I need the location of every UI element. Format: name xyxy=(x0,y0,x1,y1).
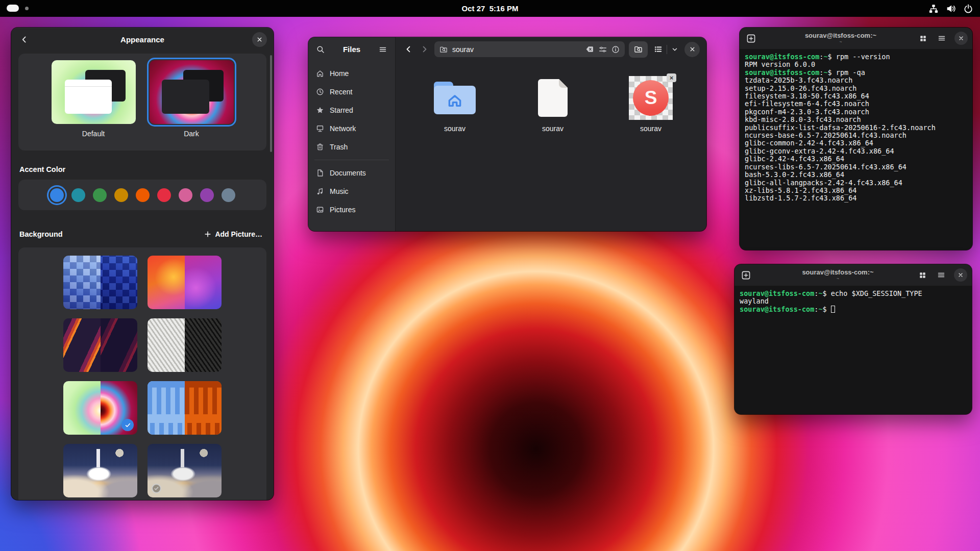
accent-red-button[interactable] xyxy=(157,188,171,202)
wallpaper-dark-half xyxy=(185,381,222,435)
window-mockup xyxy=(65,80,112,114)
terminal-line: tzdata-2025b-3.fc43.noarch xyxy=(745,77,967,84)
wallpaper-dark-half xyxy=(185,444,222,497)
terminal-output[interactable]: sourav@itsfoss-com:~$ rpm --versionRPM v… xyxy=(740,49,972,207)
network-wired-icon xyxy=(929,4,938,13)
clear-icon[interactable] xyxy=(585,45,594,54)
accent-blue-button[interactable] xyxy=(50,188,64,202)
file-icon-zone: S× xyxy=(629,74,673,121)
wallpaper-grid xyxy=(18,247,266,500)
wallpaper-paint-drips[interactable] xyxy=(148,381,222,435)
desktop: Oct 27 5:16 PM Appearance DefaultDark Ac… xyxy=(0,0,980,551)
add-picture-button[interactable]: Add Picture… xyxy=(200,227,266,241)
sidebar-item-network[interactable]: Network xyxy=(311,119,392,138)
nav-back-button[interactable] xyxy=(403,43,414,55)
terminal-line: glibc-gconv-extra-2.42-4.fc43.x86_64 xyxy=(745,147,967,155)
scrollbar[interactable] xyxy=(270,55,272,152)
sidebar-item-recent[interactable]: Recent xyxy=(311,83,392,101)
accent-yellow-button[interactable] xyxy=(114,188,128,202)
terminal-line: setup-2.15.0-26.fc43.noarch xyxy=(745,85,967,92)
wallpaper-shuttle-launch-dynamic[interactable] xyxy=(148,444,222,497)
style-option-label: Dark xyxy=(184,130,199,138)
file-item-document[interactable]: sourav xyxy=(514,74,591,133)
wallpaper-light-half xyxy=(148,256,185,309)
search-in-folder-toggle[interactable] xyxy=(629,41,648,58)
view-menu-button[interactable] xyxy=(669,44,680,55)
close-button[interactable] xyxy=(954,268,967,282)
nav-forward-button[interactable] xyxy=(419,43,430,55)
wallpaper-radial-rings[interactable] xyxy=(63,381,137,435)
appearance-window: Appearance DefaultDark Accent Color Back… xyxy=(11,28,274,500)
sidebar-item-label: Documents xyxy=(330,169,366,177)
file-item-folder[interactable]: sourav xyxy=(416,74,493,133)
hamburger-icon xyxy=(937,271,945,279)
folder-icon xyxy=(434,82,476,114)
files-sidebar-header: Files xyxy=(308,37,395,61)
search-button[interactable] xyxy=(314,43,327,56)
terminal-window-2: sourav@itsfoss-com:~ ~ sourav@itsfoss-co… xyxy=(734,264,972,414)
menu-button[interactable] xyxy=(935,269,947,281)
list-view-button[interactable] xyxy=(652,43,665,56)
close-button[interactable] xyxy=(684,42,700,57)
network-icon xyxy=(316,124,324,133)
terminal-line: xz-libs-5.8.1-2.fc43.x86_64 xyxy=(745,187,967,194)
emblem-close-icon: × xyxy=(667,73,676,82)
sidebar-item-documents[interactable]: Documents xyxy=(311,164,392,182)
file-item-label: sourav xyxy=(640,124,662,133)
close-button[interactable] xyxy=(954,32,968,45)
wallpaper-shuttle-launch[interactable] xyxy=(63,444,137,497)
document-icon xyxy=(538,79,568,117)
main-menu-button[interactable] xyxy=(377,43,389,56)
sidebar-item-starred[interactable]: Starred xyxy=(311,101,392,119)
terminal-line: wayland xyxy=(740,297,967,305)
terminal-output[interactable]: sourav@itsfoss-com:~$ echo $XDG_SESSION_… xyxy=(734,286,972,317)
info-icon[interactable] xyxy=(611,45,620,54)
appearance-headerbar: Appearance xyxy=(11,28,274,51)
sidebar-item-music[interactable]: Music xyxy=(311,182,392,201)
terminal-line: bash-5.3.0-2.fc43.x86_64 xyxy=(745,171,967,179)
style-selector: DefaultDark xyxy=(18,54,266,151)
close-button[interactable] xyxy=(252,32,267,47)
accent-orange-button[interactable] xyxy=(136,188,150,202)
new-tab-button[interactable] xyxy=(744,32,758,45)
tab-overview-button[interactable] xyxy=(917,269,928,281)
accent-purple-button[interactable] xyxy=(200,188,214,202)
tab-overview-button[interactable] xyxy=(917,33,929,44)
terminal-line: sourav@itsfoss-com:~$ rpm -qa xyxy=(745,69,967,77)
terminal-window-1: sourav@itsfoss-com:~ ~ sourav@itsfoss-co… xyxy=(740,28,972,250)
accent-green-button[interactable] xyxy=(93,188,107,202)
style-option-dark[interactable]: Dark xyxy=(150,60,234,151)
wallpaper-dark-layers[interactable] xyxy=(63,318,137,372)
terminal-line: libzstd-1.5.7-2.fc43.x86_64 xyxy=(745,194,967,202)
filter-options-icon[interactable] xyxy=(599,45,607,54)
accent-teal-button[interactable] xyxy=(71,188,85,202)
style-option-default[interactable]: Default xyxy=(52,60,136,151)
sidebar-item-home[interactable]: Home xyxy=(311,64,392,83)
folder-search-icon xyxy=(634,45,643,54)
sidebar-item-pictures[interactable]: Pictures xyxy=(311,201,392,219)
image-thumbnail: S× xyxy=(629,76,673,120)
back-button[interactable] xyxy=(18,33,31,46)
sidebar-item-trash[interactable]: Trash xyxy=(311,138,392,156)
terminal-subtitle: ~ xyxy=(839,40,842,44)
accent-pink-button[interactable] xyxy=(179,188,192,202)
file-item-image[interactable]: S×sourav xyxy=(612,74,689,133)
terminal-subtitle: ~ xyxy=(837,277,839,281)
path-text: sourav xyxy=(452,45,581,54)
new-tab-button[interactable] xyxy=(739,268,753,282)
wallpaper-blue-geometric[interactable] xyxy=(63,256,137,309)
clock[interactable]: Oct 27 5:16 PM xyxy=(0,0,980,17)
accent-slate-button[interactable] xyxy=(222,188,235,202)
selected-check-badge xyxy=(121,419,134,431)
wallpaper-gray-lines[interactable] xyxy=(148,318,222,372)
wallpaper-dark-half xyxy=(101,318,138,372)
wallpaper-orange-purple-gradient[interactable] xyxy=(148,256,222,309)
terminal-title: sourav@itsfoss-com:~ xyxy=(802,269,873,276)
wallpaper-dark-half xyxy=(101,444,138,497)
terminal-headerbar: sourav@itsfoss-com:~ ~ xyxy=(740,28,972,49)
list-view-icon xyxy=(654,45,663,54)
top-bar: Oct 27 5:16 PM xyxy=(0,0,980,17)
path-bar[interactable]: sourav xyxy=(434,41,625,57)
menu-button[interactable] xyxy=(936,32,948,44)
system-tray[interactable] xyxy=(929,0,973,17)
